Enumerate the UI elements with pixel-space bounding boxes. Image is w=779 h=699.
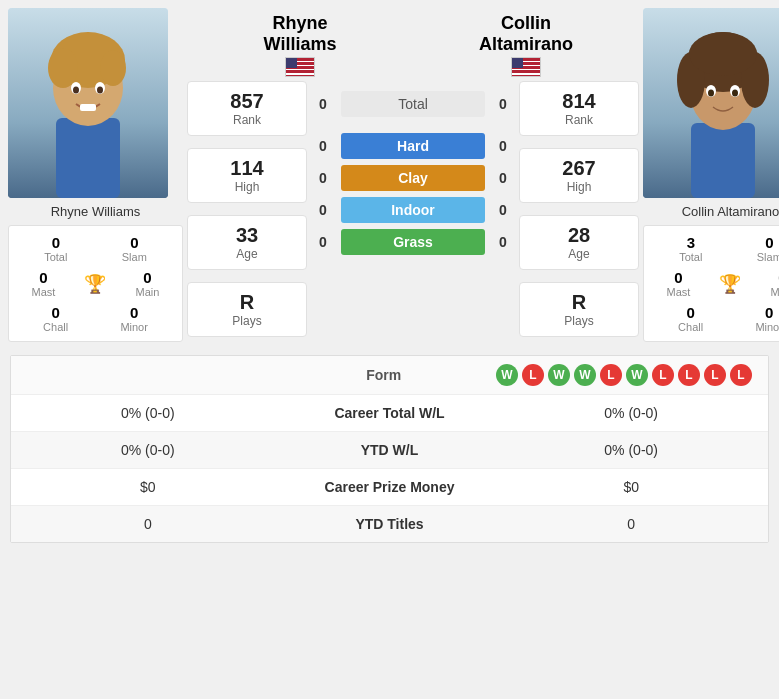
right-chall-minor-row: 0 Chall 0 Minor (652, 304, 779, 333)
stat-right-0: 0% (0-0) (510, 405, 752, 421)
indoor-court-row: 0 Indoor 0 (313, 197, 513, 223)
stats-rows: 0% (0-0)Career Total W/L0% (0-0)0% (0-0)… (11, 395, 768, 542)
players-section: Rhyne Williams 0 Total 0 Slam (0, 0, 779, 343)
left-player-photo (8, 8, 168, 198)
svg-rect-1 (56, 118, 120, 198)
right-player-column: Collin Altamirano 3 Total 0 Slam (643, 8, 779, 342)
svg-point-22 (708, 90, 714, 97)
total-court-row: 0 Total 0 (313, 91, 513, 117)
left-center-stats: 857 Rank 114 High 33 Age R Plays (187, 81, 307, 343)
grass-court-row: 0 Grass 0 (313, 229, 513, 255)
right-high-box: 267 High (519, 148, 639, 203)
center-left-name: Rhyne Williams (264, 13, 337, 55)
left-plays-box: R Plays (187, 282, 307, 337)
right-plays-box: R Plays (519, 282, 639, 337)
form-label: Form (272, 367, 497, 383)
left-high-box: 114 High (187, 148, 307, 203)
right-chall: 0 Chall (678, 304, 703, 333)
form-badge-8: L (704, 364, 726, 386)
stat-left-1: 0% (0-0) (27, 442, 269, 458)
right-minor: 0 Minor (755, 304, 779, 333)
right-player-stats-card: 3 Total 0 Slam 0 Mast 🏆 (643, 225, 779, 342)
left-flag (285, 57, 315, 77)
form-row: Form WLWWLWLLLL (11, 356, 768, 395)
hard-court-row: 0 Hard 0 (313, 133, 513, 159)
center-column: Rhyne Williams Collin Altamirano (187, 8, 639, 343)
stat-right-2: $0 (510, 479, 752, 495)
right-rank-box: 814 Rank (519, 81, 639, 136)
stat-right-1: 0% (0-0) (510, 442, 752, 458)
stat-left-2: $0 (27, 479, 269, 495)
center-left-header: Rhyne Williams (187, 8, 413, 77)
form-badges: WLWWLWLLLL (496, 364, 752, 386)
left-chall-minor-row: 0 Chall 0 Minor (17, 304, 174, 333)
clay-court-row: 0 Clay 0 (313, 165, 513, 191)
stat-center-1: YTD W/L (269, 442, 511, 458)
left-main: 0 Main (136, 269, 160, 298)
form-badge-6: L (652, 364, 674, 386)
form-badge-3: W (574, 364, 596, 386)
stat-center-2: Career Prize Money (269, 479, 511, 495)
form-badge-5: W (626, 364, 648, 386)
left-player-column: Rhyne Williams 0 Total 0 Slam (8, 8, 183, 342)
left-player-stats-card: 0 Total 0 Slam 0 Mast 🏆 (8, 225, 183, 342)
stat-right-3: 0 (510, 516, 752, 532)
stat-center-0: Career Total W/L (269, 405, 511, 421)
form-badge-9: L (730, 364, 752, 386)
stat-left-0: 0% (0-0) (27, 405, 269, 421)
form-badge-0: W (496, 364, 518, 386)
form-badge-4: L (600, 364, 622, 386)
left-total-slam-row: 0 Total 0 Slam (17, 234, 174, 263)
left-mast: 0 Mast (32, 269, 56, 298)
right-slam: 0 Slam (757, 234, 779, 263)
left-age-box: 33 Age (187, 215, 307, 270)
right-total-slam-row: 3 Total 0 Slam (652, 234, 779, 263)
left-slam: 0 Slam (122, 234, 147, 263)
stats-table: Form WLWWLWLLLL 0% (0-0)Career Total W/L… (10, 355, 769, 543)
svg-rect-13 (691, 123, 755, 198)
right-player-photo (643, 8, 779, 198)
form-badge-7: L (678, 364, 700, 386)
right-player-name: Collin Altamirano (643, 204, 779, 219)
courts-column: 0 Total 0 0 Hard 0 0 Clay 0 (313, 81, 513, 255)
right-trophy-row: 0 Mast 🏆 0 Main (652, 269, 779, 298)
svg-point-5 (48, 48, 78, 88)
svg-point-6 (100, 50, 126, 86)
right-age-box: 28 Age (519, 215, 639, 270)
left-trophy-row: 0 Mast 🏆 0 Main (17, 269, 174, 298)
stat-left-3: 0 (27, 516, 269, 532)
svg-point-19 (689, 32, 757, 76)
right-center-stats: 814 Rank 267 High 28 Age R Plays (519, 81, 639, 343)
svg-point-10 (97, 87, 103, 94)
svg-point-23 (732, 90, 738, 97)
right-main: 0 Main (771, 269, 779, 298)
stat-center-3: YTD Titles (269, 516, 511, 532)
left-total: 0 Total (44, 234, 67, 263)
left-minor: 0 Minor (120, 304, 148, 333)
form-badge-1: L (522, 364, 544, 386)
right-flag (511, 57, 541, 77)
left-player-name: Rhyne Williams (8, 204, 183, 219)
stat-row-2: $0Career Prize Money$0 (11, 469, 768, 506)
center-right-header: Collin Altamirano (413, 8, 639, 77)
svg-point-9 (73, 87, 79, 94)
stat-row-1: 0% (0-0)YTD W/L0% (0-0) (11, 432, 768, 469)
left-rank-box: 857 Rank (187, 81, 307, 136)
right-trophy-icon: 🏆 (719, 273, 741, 295)
right-total: 3 Total (679, 234, 702, 263)
svg-rect-11 (80, 104, 96, 111)
center-right-name: Collin Altamirano (479, 13, 573, 55)
left-chall: 0 Chall (43, 304, 68, 333)
form-badge-2: W (548, 364, 570, 386)
left-trophy-icon: 🏆 (84, 273, 106, 295)
main-container: Rhyne Williams 0 Total 0 Slam (0, 0, 779, 543)
stat-row-0: 0% (0-0)Career Total W/L0% (0-0) (11, 395, 768, 432)
right-mast: 0 Mast (667, 269, 691, 298)
spacer (0, 343, 779, 355)
stat-row-3: 0YTD Titles0 (11, 506, 768, 542)
